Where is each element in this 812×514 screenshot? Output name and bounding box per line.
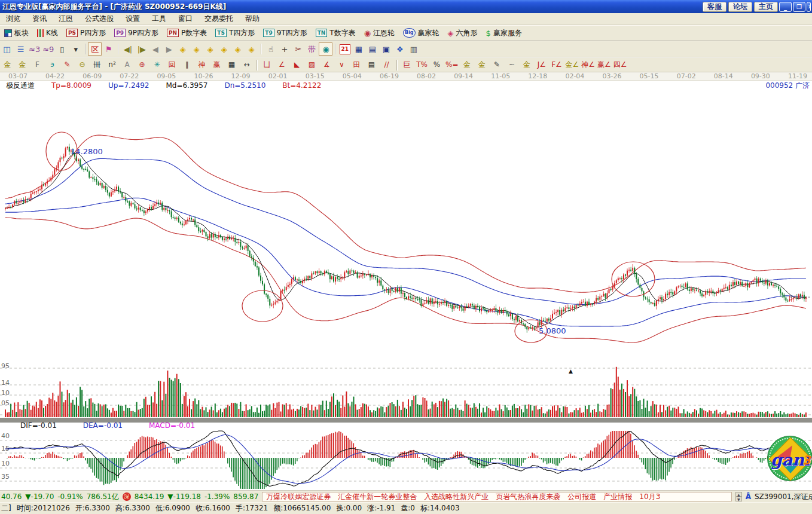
diamond-left-icon[interactable]: ◈ <box>176 42 190 56</box>
target-cross-icon[interactable]: ⊕ <box>135 59 149 71</box>
ornament-icon[interactable]: 带 <box>305 42 319 56</box>
prev-bar-icon[interactable]: ◀ <box>148 42 162 56</box>
slash-lines-icon[interactable]: // <box>379 59 394 71</box>
trend-angle-icon[interactable]: ∡ <box>319 59 334 71</box>
menu-item-2[interactable]: 江恩 <box>53 13 79 25</box>
fan-shen-icon[interactable]: 神∠ <box>580 59 596 71</box>
notebook-icon[interactable]: ▤ <box>365 42 379 56</box>
wave-9-icon[interactable]: ≈9 <box>41 42 55 56</box>
gold-channel-icon[interactable]: 金 <box>519 59 534 71</box>
ying-tool-icon[interactable]: 赢 <box>209 59 224 71</box>
percent-lines-icon[interactable]: %= <box>444 59 459 71</box>
fan-f-icon[interactable]: F∠ <box>549 59 564 71</box>
gann-wheel-button[interactable]: ◉江恩轮 <box>360 26 399 39</box>
date-spinner[interactable]: ▲ ▼ <box>735 492 742 501</box>
t-square-button[interactable]: TST四方形 <box>211 26 259 39</box>
menu-item-4[interactable]: 设置 <box>120 13 146 25</box>
menu-item-7[interactable]: 交易委托 <box>199 13 239 25</box>
table-123-icon[interactable]: ▦ <box>224 59 239 71</box>
refresh-view-icon[interactable]: ◉ <box>319 42 332 56</box>
fan-ying-icon[interactable]: 赢∠ <box>596 59 612 71</box>
color-chart-icon[interactable]: ⚑ <box>102 42 115 56</box>
customer-service-button[interactable]: 客服 <box>703 2 726 12</box>
menu-item-3[interactable]: 公式选股 <box>79 13 120 25</box>
chips-icon[interactable]: 巨 <box>399 59 414 71</box>
region-select-icon[interactable]: 区 <box>88 42 102 56</box>
fan-corner-icon[interactable]: ◣ <box>289 59 304 71</box>
dark-grid-icon[interactable]: ▤ <box>364 59 379 71</box>
news-ticker[interactable]: 万爆冷联姻宏源证券 汇金催牛新一轮券业整合 入选战略性新兴产业 页岩气热浪再度来… <box>262 492 731 501</box>
spinner-down-icon[interactable]: ▼ <box>735 497 742 501</box>
menu-item-5[interactable]: 工具 <box>146 13 172 25</box>
print-icon[interactable]: ▥ <box>407 42 420 56</box>
pen-icon[interactable]: ✎ <box>60 59 75 71</box>
maximize-button[interactable]: ❐ <box>793 2 805 12</box>
volume-pane[interactable]: 95141005▲ <box>0 363 812 420</box>
cut-icon[interactable]: ✂ <box>291 42 305 56</box>
spinner-up-icon[interactable]: ▲ <box>735 492 742 497</box>
wave-tool-icon[interactable]: ~ <box>504 59 519 71</box>
gold-circle-icon[interactable]: 金 <box>459 59 474 71</box>
angle-a-icon[interactable]: A <box>120 59 135 71</box>
kline-button[interactable]: K线 <box>33 26 62 39</box>
next-bar-icon[interactable]: ▶ <box>162 42 176 56</box>
drag-hand-icon[interactable]: ☝ <box>264 42 277 56</box>
percent-t-icon[interactable]: T% <box>414 59 429 71</box>
p-table-button[interactable]: PNP数字表 <box>163 26 211 39</box>
crosshair-icon[interactable]: + <box>277 42 291 56</box>
blocks-button[interactable]: 板块 <box>0 26 33 39</box>
fan-grid-icon[interactable]: ▨ <box>304 59 319 71</box>
star-grid-icon[interactable]: ✳ <box>149 59 164 71</box>
gold-lines-icon[interactable]: 金 <box>474 59 489 71</box>
calculator-icon[interactable]: ▦ <box>352 42 365 56</box>
macd-pane[interactable]: 40151035 <box>0 430 812 490</box>
forum-button[interactable]: 论坛 <box>728 2 752 12</box>
menu-item-1[interactable]: 资讯 <box>26 13 53 25</box>
candle-style-dropdown-icon[interactable]: ▾ <box>69 42 83 56</box>
menu-item-8[interactable]: 帮助 <box>239 13 265 25</box>
p9-square-button[interactable]: P99P四方形 <box>110 26 163 39</box>
minimize-button[interactable]: _ <box>779 2 792 12</box>
save-icon[interactable]: ▣ <box>379 42 393 56</box>
web-export-icon[interactable]: ❖ <box>393 42 407 56</box>
homepage-button[interactable]: 主页 <box>754 2 778 12</box>
tile-windows-icon[interactable]: ◫ <box>0 42 14 56</box>
fan-lines-icon[interactable]: ∠ <box>274 59 289 71</box>
fibonacci-icon[interactable]: F <box>30 59 45 71</box>
zigzag-icon[interactable]: ∨ <box>334 59 349 71</box>
red-grid-icon[interactable]: 田 <box>349 59 364 71</box>
diamond-vcompress-icon[interactable]: ◈ <box>231 42 245 56</box>
menu-item-6[interactable]: 窗口 <box>172 13 199 25</box>
tally-grid-icon[interactable]: 卌 <box>90 59 105 71</box>
n-square-icon[interactable]: n² <box>105 59 120 71</box>
main-kline-chart[interactable]: 14.28005.0800 <box>0 90 812 363</box>
t-table-button[interactable]: TNT数字表 <box>312 26 360 39</box>
diamond-expand-icon[interactable]: ◈ <box>203 42 217 56</box>
brush-icon[interactable]: ✎ <box>489 59 504 71</box>
info-list-icon[interactable]: ☰ <box>14 42 28 56</box>
calendar-icon[interactable]: 21 <box>338 42 352 56</box>
percent-icon[interactable]: % <box>429 59 444 71</box>
pause-lines-icon[interactable]: ∥ <box>179 59 194 71</box>
hrange-icon[interactable]: ↔ <box>239 59 254 71</box>
candle-style-icon[interactable]: ▯ <box>55 42 69 56</box>
gann-box-icon[interactable]: 凵 <box>260 59 274 71</box>
p-square-button[interactable]: PSP四方形 <box>62 26 110 39</box>
t9-square-button[interactable]: T99T四方形 <box>259 26 311 39</box>
diamond-right-icon[interactable]: ◈ <box>190 42 203 56</box>
gold-ratio-icon[interactable]: 金 <box>0 59 15 71</box>
fan-si-icon[interactable]: 四∠ <box>612 59 628 71</box>
hexagon-button[interactable]: ◈六角形 <box>444 26 482 39</box>
diamond-compress-icon[interactable]: ◈ <box>217 42 231 56</box>
wave-3-icon[interactable]: ≈3 <box>28 42 41 56</box>
fan-gold-icon[interactable]: 金∠ <box>564 59 580 71</box>
shen-tool-icon[interactable]: 神 <box>194 59 209 71</box>
jump-end-icon[interactable]: |▶ <box>135 42 148 56</box>
gold-ratio2-icon[interactable]: 金 <box>15 59 30 71</box>
diamond-full-icon[interactable]: ◈ <box>245 42 258 56</box>
box-grid-icon[interactable]: 回 <box>164 59 179 71</box>
jump-start-icon[interactable]: ◀| <box>121 42 135 56</box>
winner-wheel-button[interactable]: Big赢家轮 <box>399 26 444 39</box>
spiral-icon[interactable]: ϶ <box>45 59 60 71</box>
menu-item-0[interactable]: 浏览 <box>0 13 26 25</box>
